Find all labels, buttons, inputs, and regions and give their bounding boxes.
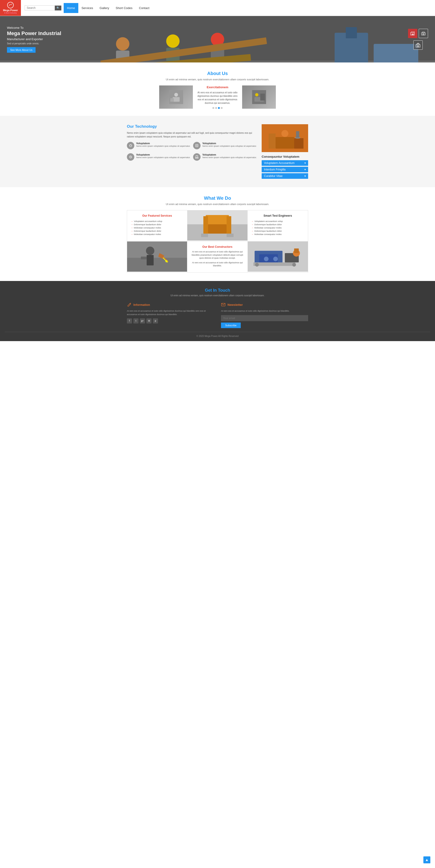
search-button[interactable]: 🔍 bbox=[55, 6, 61, 10]
footer-email-input[interactable] bbox=[221, 315, 308, 321]
constructors-cell: Our Best Constructors At vero eos et acc… bbox=[187, 242, 248, 272]
social-pinterest[interactable]: p bbox=[153, 318, 158, 323]
footer-info-title: Information bbox=[134, 303, 150, 307]
svg-rect-37 bbox=[196, 156, 198, 157]
smart-engineer-5: →Molestiae consequatur moles bbox=[252, 233, 304, 236]
nav-shortcodes[interactable]: Short Codes bbox=[113, 3, 136, 13]
featured-service-4: →Doloremque laudantium dolor bbox=[131, 229, 183, 233]
tech-item-2-text: Voluptatem Nemo enim ipsam voluptatem qu… bbox=[202, 142, 257, 151]
svg-rect-23 bbox=[416, 44, 420, 47]
svg-rect-71 bbox=[294, 248, 298, 253]
about-dot-3[interactable] bbox=[218, 107, 220, 109]
hero-icons bbox=[408, 29, 428, 50]
about-row: Exercitationem At vero eos et accusamus … bbox=[5, 86, 430, 109]
about-dot-1[interactable] bbox=[212, 107, 214, 109]
machine-image bbox=[248, 242, 308, 272]
svg-point-66 bbox=[273, 256, 278, 261]
accordion-chevron-3: ▾ bbox=[304, 175, 306, 178]
svg-point-65 bbox=[264, 256, 268, 261]
social-settings[interactable]: ⚙ bbox=[146, 318, 151, 323]
smart-engineer-2: →Doloremque laudantium dolor bbox=[252, 223, 304, 226]
social-google[interactable]: g+ bbox=[140, 318, 145, 323]
accordion-item-3-label: Curabitur Vitae bbox=[264, 175, 283, 178]
accordion-item-1[interactable]: Voluptatem Accusantium ▾ bbox=[262, 160, 308, 166]
hero-icon-building[interactable] bbox=[413, 40, 423, 50]
tech-item-4-icon bbox=[193, 153, 201, 161]
svg-rect-32 bbox=[260, 94, 265, 100]
accordion-item-2[interactable]: Interdum Fringilla ▾ bbox=[262, 167, 308, 172]
whatwedo-title: What We Do bbox=[5, 195, 430, 201]
logo-title: Mega Power bbox=[3, 9, 18, 12]
nav-services[interactable]: Services bbox=[78, 3, 96, 13]
hero-icon-factory1[interactable] bbox=[408, 29, 417, 38]
svg-rect-48 bbox=[208, 224, 227, 234]
smart-engineers-list: →Voluptatem accusantium volup →Doloremqu… bbox=[252, 220, 304, 236]
tech-item-4-text: Voluptatem Nemo enim ipsam voluptatem qu… bbox=[202, 153, 257, 162]
accordion-item-1-label: Voluptatem Accusantium bbox=[264, 161, 294, 165]
svg-point-9 bbox=[166, 34, 180, 48]
hero-subtitle: Manufacturer and Exporter bbox=[7, 37, 61, 41]
subscribe-button[interactable]: Subscribe bbox=[221, 322, 241, 328]
logo-icon bbox=[7, 2, 14, 8]
tech-item-3: Voluptatem Nemo enim ipsam voluptatem qu… bbox=[127, 153, 191, 162]
about-image-right-placeholder bbox=[242, 86, 276, 109]
nav-gallery[interactable]: Gallery bbox=[96, 3, 113, 13]
accordion-item-3[interactable]: Curabitur Vitae ▾ bbox=[262, 173, 308, 179]
technology-right-title: Consequuntur Voluptatem bbox=[262, 155, 308, 158]
footer-copyright: © 2020 Mega Power.All Rights Reserved bbox=[5, 332, 430, 337]
hero-icon-factory2[interactable] bbox=[419, 29, 428, 38]
featured-services-cell: Our Featured Services →Voluptatem accusa… bbox=[127, 210, 187, 241]
social-twitter[interactable]: t bbox=[134, 318, 139, 323]
social-facebook[interactable]: f bbox=[127, 318, 132, 323]
svg-rect-41 bbox=[269, 133, 276, 149]
technology-section: Our Technology Nemo enim ipsam voluptate… bbox=[0, 116, 435, 187]
tech-item-2: Voluptatem Nemo enim ipsam voluptatem qu… bbox=[193, 142, 257, 151]
about-image-left bbox=[159, 86, 193, 109]
hero-cta-button[interactable]: See More About Us bbox=[7, 47, 35, 53]
svg-rect-67 bbox=[253, 262, 295, 266]
about-title: About Us bbox=[5, 71, 430, 76]
whatwedo-section: What We Do Ut enim ad minima veniam, qui… bbox=[0, 187, 435, 281]
nav-contact[interactable]: Contact bbox=[136, 3, 153, 13]
technology-right-image bbox=[262, 124, 308, 152]
svg-point-69 bbox=[292, 263, 296, 267]
whatwedo-subtitle: Ut enim ad minima veniam, quis nostrum e… bbox=[5, 203, 430, 206]
search-input[interactable] bbox=[25, 5, 55, 10]
svg-point-39 bbox=[282, 130, 288, 137]
footer-title: Get In Touch bbox=[5, 288, 430, 293]
footer-newsletter-col: Newsletter At vero eos et accusamus et i… bbox=[221, 302, 308, 328]
about-dot-2[interactable] bbox=[215, 107, 217, 109]
technology-accordion: Voluptatem Accusantium ▾ Interdum Fringi… bbox=[262, 160, 308, 179]
tech-item-1: Voluptatem Nemo enim ipsam voluptatem qu… bbox=[127, 142, 191, 151]
footer-subtitle: Ut enim ad minima veniam, quis nostrum e… bbox=[5, 294, 430, 297]
about-dot-4[interactable] bbox=[221, 107, 223, 109]
svg-rect-59 bbox=[141, 256, 147, 259]
about-card-text: At vero eos et accusamus et iusto odio d… bbox=[197, 91, 238, 105]
search-form: 🔍 bbox=[25, 5, 61, 10]
svg-rect-22 bbox=[423, 34, 424, 35]
about-image-right bbox=[242, 86, 276, 109]
tech-item-3-desc: Nemo enim ipsam voluptatem quia voluptas… bbox=[136, 156, 191, 159]
hero-welcome: Welcome To bbox=[7, 26, 61, 30]
smart-engineers-cell: Smart Test Engineers →Voluptatem accusan… bbox=[248, 210, 308, 241]
tech-item-3-title: Voluptatem bbox=[136, 153, 191, 156]
svg-point-60 bbox=[165, 260, 168, 262]
tech-item-1-desc: Nemo enim ipsam voluptatem quia voluptas… bbox=[136, 145, 191, 148]
envelope-icon bbox=[221, 302, 226, 307]
smart-engineer-3: →Molestiae consequatur moles bbox=[252, 226, 304, 229]
accordion-chevron-2: ▾ bbox=[304, 168, 306, 171]
svg-rect-56 bbox=[127, 258, 187, 272]
footer-info-header: Information bbox=[127, 302, 214, 307]
hero-title: Mega Power Industrial bbox=[7, 30, 61, 36]
svg-rect-19 bbox=[412, 34, 412, 35]
smart-engineer-1: →Voluptatem accusantium volup bbox=[252, 220, 304, 223]
technology-right: Consequuntur Voluptatem Voluptatem Accus… bbox=[262, 124, 308, 179]
tech-item-3-icon bbox=[127, 153, 134, 161]
svg-rect-20 bbox=[413, 34, 414, 35]
accordion-item-2-label: Interdum Fringilla bbox=[264, 168, 286, 171]
logo[interactable]: Mega Power A Best Industry bbox=[0, 0, 21, 16]
tech-item-4-desc: Nemo enim ipsam voluptatem quia voluptas… bbox=[202, 156, 257, 159]
whatwedo-center-image bbox=[187, 210, 248, 241]
constructors-text2: At vero eos et accusamus et iusto odio d… bbox=[191, 261, 243, 268]
nav-home[interactable]: Home bbox=[64, 3, 78, 13]
